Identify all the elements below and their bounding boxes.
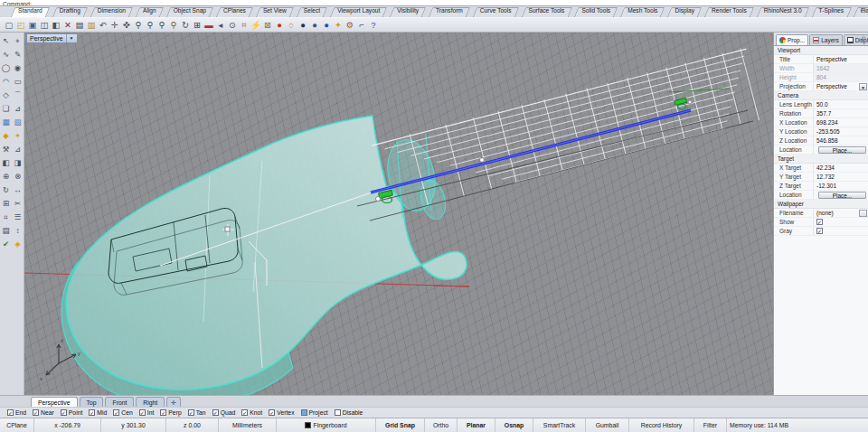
menu-tab-set-view[interactable]: Set View [258, 7, 292, 17]
rotate-view-icon[interactable]: ↻ [180, 19, 191, 31]
save-icon[interactable]: ▣ [27, 19, 38, 31]
osnap-near[interactable]: ✓Near [33, 409, 54, 416]
tools-icon[interactable]: ✦ [333, 19, 344, 31]
prop-value[interactable]: 12.732 [814, 173, 868, 181]
control-point-curve-icon[interactable]: ✎ [12, 48, 24, 61]
checkbox-point[interactable]: ✓ [61, 409, 67, 416]
prop-value[interactable]: 42.234 [814, 164, 868, 172]
status-cplane[interactable]: CPlane [0, 418, 34, 432]
osnap-point[interactable]: ✓Point [61, 409, 83, 416]
prop-value[interactable]: Place... [814, 146, 868, 154]
chevron-down-icon[interactable]: ▼ [70, 33, 74, 43]
set-view-icon[interactable]: ⊙ [227, 19, 238, 31]
checkbox-quad[interactable]: ✓ [212, 409, 219, 416]
checkbox-vertex[interactable]: ✓ [269, 409, 275, 416]
scene-canvas[interactable]: z y x [24, 33, 773, 395]
osnap-quad[interactable]: ✓Quad [212, 409, 236, 416]
menu-tab-display[interactable]: Display [669, 7, 700, 17]
checkbox-int[interactable]: ✓ [139, 409, 146, 416]
chevron-down-icon[interactable]: ▼ [859, 83, 867, 90]
render-shell-icon[interactable]: ● [274, 19, 285, 31]
lock-icon[interactable]: ⊠ [262, 19, 273, 31]
move-icon[interactable]: ✜ [121, 19, 132, 31]
prop-value[interactable]: (none) [814, 209, 868, 217]
zoom-window-icon[interactable]: ⚲ [156, 19, 167, 31]
checkbox-mid[interactable]: ✓ [89, 409, 95, 416]
menu-tab-standard[interactable]: Standard [13, 7, 48, 17]
prop-value[interactable]: Perspective [814, 55, 868, 63]
select-arrow-icon[interactable]: ↖ [0, 34, 12, 48]
menu-tab-mesh-tools[interactable]: Mesh Tools [622, 7, 663, 17]
bracket-tool-icon[interactable]: ⌐ [356, 19, 367, 31]
array-icon[interactable]: ⊞ [0, 197, 12, 211]
freeform-icon[interactable]: ⌒ [12, 89, 24, 102]
status-y-301-30[interactable]: y 301.30 [101, 418, 166, 432]
checkbox-perp[interactable]: ✓ [160, 409, 166, 416]
copy-to-clipboard-icon[interactable]: ◧ [51, 19, 61, 31]
paste-icon[interactable]: ▥ [86, 19, 97, 31]
panel-options-icon[interactable]: ⊙ [861, 35, 866, 42]
osnap-knot[interactable]: ✓Knot [241, 409, 262, 416]
checkbox-near[interactable]: ✓ [33, 409, 39, 416]
prop-value[interactable]: -253.505 [814, 127, 868, 136]
join-icon[interactable]: ⊕ [0, 170, 12, 183]
status-smarttrack[interactable]: SmartTrack [533, 418, 586, 432]
polygon-icon[interactable]: ◇ [0, 89, 12, 102]
rotate-icon[interactable]: ↻ [0, 183, 12, 197]
curve-icon[interactable]: ∿ [0, 48, 12, 61]
shaded-sphere-icon[interactable]: ● [297, 19, 308, 31]
pan-small-icon[interactable]: ◂ [215, 19, 226, 31]
osnap-disable[interactable]: Disable [335, 409, 363, 416]
checkbox-cen[interactable]: ✓ [113, 409, 119, 416]
tab-bar-menu-icon[interactable]: ⊙ [860, 7, 865, 14]
menu-tab-viewport-layout[interactable]: Viewport Layout [332, 7, 385, 17]
status-gumball[interactable]: Gumball [586, 418, 629, 432]
status-planar[interactable]: Planar [458, 418, 495, 432]
fillet-icon[interactable]: ⚒ [0, 143, 12, 156]
viewport-tab-right[interactable]: Right [136, 397, 165, 407]
viewport-tab-top[interactable]: Top [80, 397, 104, 407]
print-icon[interactable]: ◫ [39, 19, 50, 31]
prop-value-text[interactable]: -12.301 [816, 182, 836, 191]
box-icon[interactable]: ▦ [0, 116, 12, 129]
prop-value[interactable]: Perspective▼ [814, 82, 868, 90]
scale-icon[interactable]: ↔ [12, 183, 24, 197]
options-gear-icon[interactable]: ⚙ [344, 19, 355, 31]
chamfer-icon[interactable]: ⊿ [12, 143, 24, 156]
prop-value-text[interactable]: 42.234 [816, 164, 835, 173]
surface-icon[interactable]: ❏ [0, 102, 12, 116]
prop-value[interactable]: 698.234 [814, 118, 868, 127]
check-icon[interactable]: ✔ [0, 238, 12, 251]
viewport-tab-front[interactable]: Front [105, 397, 134, 407]
status-millimeters[interactable]: Millimeters [219, 418, 277, 432]
prop-value-text[interactable]: Perspective [816, 55, 847, 64]
menu-tab-t-splines[interactable]: T-Splines [814, 7, 850, 17]
zoom-dynamic-icon[interactable]: ⚲ [145, 19, 156, 31]
rendered-sphere-icon[interactable]: ● [321, 19, 332, 31]
menu-tab-select[interactable]: Select [298, 7, 326, 17]
place-button[interactable]: Place... [818, 192, 866, 199]
circle-icon[interactable]: ◯ [0, 61, 12, 75]
menu-tab-align[interactable]: Align [137, 7, 162, 17]
prop-value-text[interactable]: 50.0 [816, 100, 828, 109]
checkbox-knot[interactable]: ✓ [241, 409, 248, 416]
prop-value-text[interactable]: -253.505 [816, 127, 840, 136]
trim-icon[interactable]: ✂ [12, 197, 24, 211]
checkbox-end[interactable]: ✓ [7, 409, 14, 416]
lock-objects-icon[interactable]: ◧ [0, 156, 12, 170]
status-fingerboard[interactable]: Fingerboard [277, 418, 376, 432]
prop-value-text[interactable]: 357.7 [816, 109, 831, 118]
sweep-icon[interactable]: ⊿ [12, 102, 24, 116]
checkbox-project[interactable] [301, 409, 307, 416]
prop-value[interactable]: 50.0 [814, 100, 868, 108]
split-icon[interactable]: ⌗ [0, 211, 12, 224]
menu-tab-transform[interactable]: Transform [430, 7, 468, 17]
new-viewport-tab-icon[interactable]: ✛ [166, 397, 181, 407]
named-view-icon[interactable]: ▬ [203, 19, 214, 31]
status-memory-use-114-mb[interactable]: Memory use: 114 MB [727, 418, 868, 432]
menu-tab-visibility[interactable]: Visibility [392, 7, 424, 17]
status-osnap[interactable]: Osnap [495, 418, 533, 432]
browse-button[interactable] [859, 210, 867, 217]
menu-tab-render-tools[interactable]: Render Tools [706, 7, 752, 17]
menu-tab-solid-tools[interactable]: Solid Tools [576, 7, 616, 17]
